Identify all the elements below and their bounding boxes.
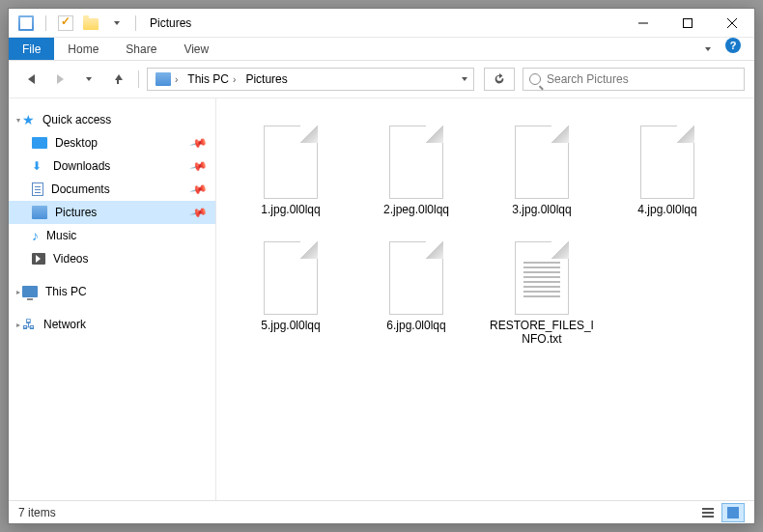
tab-view[interactable]: View [170,38,222,60]
file-thumbnail [382,120,451,199]
addr-history[interactable] [462,77,467,81]
chevron-down-icon: ▾ [16,116,20,125]
nav-label: Documents [51,182,110,196]
refresh-icon [493,72,506,86]
file-tab[interactable]: File [9,38,54,60]
file-item[interactable]: 1.jpg.0l0lqq [228,114,353,222]
file-item[interactable]: 4.jpg.0l0lqq [605,114,730,222]
file-name: 4.jpg.0l0lqq [637,203,696,216]
file-item[interactable]: RESTORE_FILES_INFO.txt [479,230,605,351]
nav-label: Videos [53,252,88,266]
navigation-pane: ▾ ★ Quick access Desktop📌Downloads📌Docum… [9,98,216,500]
tab-share[interactable]: Share [112,38,170,60]
recent-locations[interactable] [76,67,101,92]
chevron-down-icon [114,21,120,25]
file-thumbnail [507,120,577,199]
nav-label: This PC [45,285,87,298]
file-thumbnail [382,236,451,315]
document-icon [32,182,43,196]
sidebar-item-pictures[interactable]: Pictures📌 [9,201,215,224]
file-name: 6.jpg.0l0lqq [386,319,445,332]
crumb-root[interactable]: › [152,69,182,90]
folder-icon [83,18,99,30]
body: ▾ ★ Quick access Desktop📌Downloads📌Docum… [9,98,754,500]
view-details-button[interactable] [696,503,720,522]
item-count: 7 items [18,506,56,519]
file-name: 3.jpg.0l0lqq [512,203,571,216]
title-bar: Pictures [9,9,754,38]
qat-properties[interactable] [54,13,77,34]
help-button[interactable]: ? [725,38,749,61]
nav-label: Quick access [42,113,111,126]
file-name: RESTORE_FILES_INFO.txt [489,319,595,346]
pictures-icon [32,206,47,219]
chevron-right-icon: › [175,74,178,85]
window-title: Pictures [150,16,191,30]
svg-rect-1 [684,18,692,27]
crumb-this-pc[interactable]: This PC› [184,69,240,90]
minimize-icon [638,18,648,28]
nav-network[interactable]: ▸ 🖧 Network [9,313,215,336]
sidebar-item-downloads[interactable]: Downloads📌 [9,154,215,178]
view-large-icons-button[interactable] [721,503,745,522]
file-item[interactable]: 2.jpeg.0l0lqq [353,114,479,222]
arrow-right-icon [57,74,64,84]
up-button[interactable] [105,67,130,92]
file-pane[interactable]: 1.jpg.0l0lqq2.jpeg.0l0lqq3.jpg.0l0lqq4.j… [216,98,754,500]
network-icon: 🖧 [22,317,36,332]
chevron-down-icon [86,77,92,81]
file-thumbnail [507,236,577,315]
back-button[interactable] [18,67,43,92]
chevron-down-icon [705,47,711,51]
forward-button[interactable] [47,67,72,92]
crumb-label: This PC [187,72,229,86]
sidebar-item-desktop[interactable]: Desktop📌 [9,131,215,154]
nav-this-pc[interactable]: ▸ This PC [9,280,215,303]
pin-icon: 📌 [189,203,209,222]
qat-customize[interactable] [104,13,127,34]
ribbon: File Home Share View ? [9,38,754,61]
nav-label: Network [43,318,86,331]
maximize-button[interactable] [665,9,710,38]
list-icon [702,508,714,518]
file-name: 2.jpeg.0l0lqq [383,203,449,216]
search-input[interactable]: Search Pictures [523,68,745,91]
close-button[interactable] [710,9,754,38]
file-item[interactable]: 3.jpg.0l0lqq [479,114,605,222]
icons-icon [727,507,739,518]
sidebar-item-videos[interactable]: Videos [9,247,215,270]
maximize-icon [683,18,692,28]
expand-ribbon[interactable] [691,38,725,60]
qat-new-folder[interactable] [79,13,102,34]
help-icon: ? [725,38,741,53]
file-thumbnail [633,120,702,199]
file-item[interactable]: 5.jpg.0l0lqq [228,230,353,351]
separator [138,70,139,88]
music-icon: ♪ [32,228,39,243]
desktop-icon [32,137,47,149]
crumb-pictures[interactable]: Pictures [241,69,291,90]
nav-quick-access[interactable]: ▾ ★ Quick access [9,108,215,131]
explorer-window: Pictures File Home Share View ? › This P… [8,8,755,524]
sidebar-item-music[interactable]: ♪Music [9,224,215,247]
address-bar-row: › This PC› Pictures Search Pictures [9,61,754,98]
nav-label: Desktop [55,136,98,150]
quick-access-toolbar [9,13,142,34]
refresh-button[interactable] [484,68,515,91]
file-thumbnail [256,236,325,315]
file-name: 5.jpg.0l0lqq [261,319,320,332]
tab-home[interactable]: Home [54,38,112,60]
minimize-button[interactable] [621,9,665,38]
file-grid: 1.jpg.0l0lqq2.jpeg.0l0lqq3.jpg.0l0lqq4.j… [228,114,743,359]
qat-app-icon[interactable] [14,13,38,34]
chevron-right-icon: › [233,74,236,85]
close-icon [727,18,737,28]
arrow-up-icon [113,74,123,84]
chevron-right-icon: ▸ [16,321,20,329]
file-item[interactable]: 6.jpg.0l0lqq [353,230,479,351]
sidebar-item-documents[interactable]: Documents📌 [9,178,215,201]
chevron-right-icon: ▸ [16,288,20,296]
address-bar[interactable]: › This PC› Pictures [147,68,474,91]
check-icon [58,15,73,31]
star-icon: ★ [22,112,35,127]
